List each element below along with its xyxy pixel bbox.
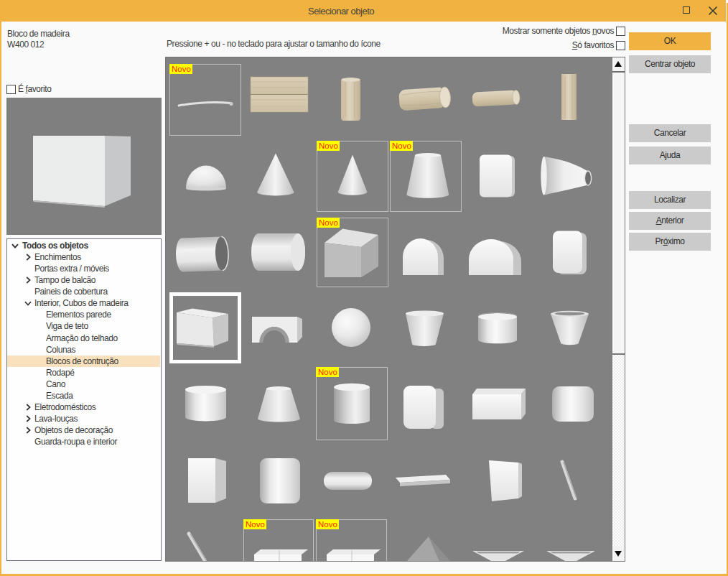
svg-text:Novo: Novo [318, 368, 337, 376]
svg-text:Novo: Novo [319, 141, 338, 150]
svg-text:Novo: Novo [392, 141, 411, 150]
svg-text:Novo: Novo [246, 520, 265, 529]
svg-text:Novo: Novo [319, 218, 338, 227]
svg-text:Novo: Novo [172, 65, 191, 73]
svg-text:Novo: Novo [318, 520, 337, 529]
